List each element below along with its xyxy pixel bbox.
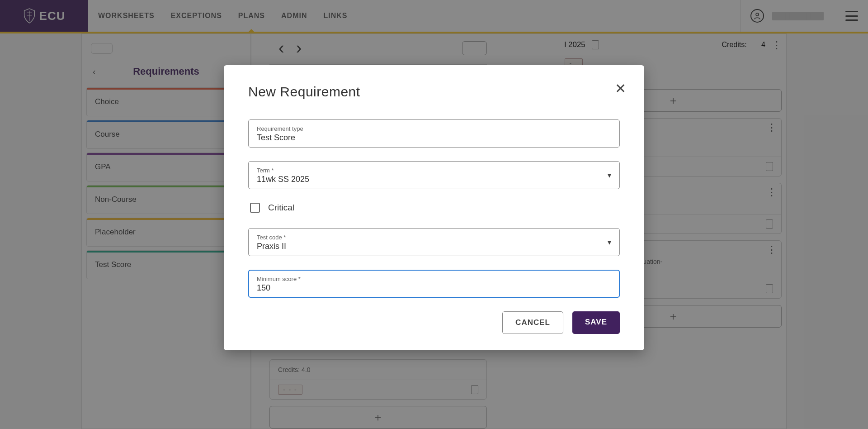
field-value: Praxis II <box>257 242 611 251</box>
test-code-select[interactable]: Test code * Praxis II ▾ <box>248 228 620 256</box>
cancel-button[interactable]: CANCEL <box>502 311 563 334</box>
field-value: 11wk SS 2025 <box>257 175 611 184</box>
field-value: 150 <box>257 283 611 293</box>
modal-overlay: New Requirement ✕ Requirement type Test … <box>0 0 868 429</box>
minimum-score-input[interactable]: Minimum score * 150 <box>248 270 620 298</box>
modal-title: New Requirement <box>248 84 620 100</box>
field-value: Test Score <box>257 133 611 143</box>
field-label: Requirement type <box>257 125 611 132</box>
term-select[interactable]: Term * 11wk SS 2025 ▾ <box>248 161 620 189</box>
new-requirement-modal: New Requirement ✕ Requirement type Test … <box>224 65 644 350</box>
field-label: Minimum score * <box>257 276 611 282</box>
critical-checkbox[interactable] <box>250 203 260 213</box>
chevron-down-icon: ▾ <box>608 238 611 247</box>
close-icon[interactable]: ✕ <box>615 81 626 96</box>
chevron-down-icon: ▾ <box>608 171 611 180</box>
field-label: Test code * <box>257 234 611 241</box>
field-label: Term * <box>257 167 611 174</box>
save-button[interactable]: SAVE <box>572 311 620 334</box>
critical-label: Critical <box>268 203 294 213</box>
requirement-type-field[interactable]: Requirement type Test Score <box>248 119 620 148</box>
